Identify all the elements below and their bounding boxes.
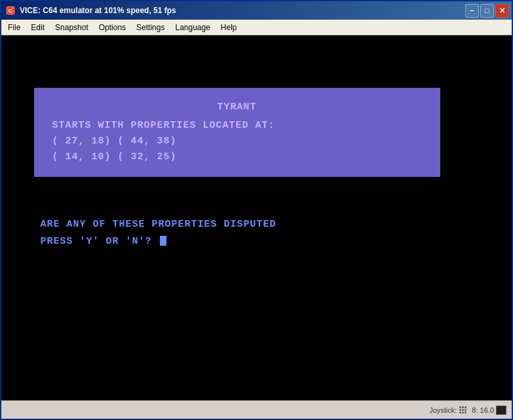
title-bar: C VICE: C64 emulator at 101% speed, 51 f… — [1, 1, 512, 20]
dot-3 — [465, 406, 466, 408]
dot-4 — [459, 409, 461, 411]
menu-item-language[interactable]: Language — [170, 22, 215, 33]
joystick-status: Joystick: — [429, 406, 466, 414]
dot-1 — [459, 406, 461, 408]
menu-item-snapshot[interactable]: Snapshot — [50, 22, 94, 33]
svg-text:C: C — [9, 8, 12, 14]
joystick-dots — [459, 406, 466, 413]
info-line3: ( 27, 18) ( 44, 38) — [52, 136, 177, 147]
press-yn-line: PRESS 'Y' OR 'N'? — [41, 233, 486, 250]
disputed-line: ARE ANY OF THESE PROPERTIES DISPUTED — [41, 216, 486, 233]
menu-item-help[interactable]: Help — [216, 22, 242, 33]
dot-7 — [459, 411, 461, 413]
c64-content: TYRANT STARTS WITH PROPERTIES LOCATED AT… — [28, 35, 486, 171]
title-bar-left: C VICE: C64 emulator at 101% speed, 51 f… — [5, 5, 176, 16]
dot-9 — [465, 411, 466, 413]
info-box: TYRANT STARTS WITH PROPERTIES LOCATED AT… — [34, 88, 440, 177]
c64-screen: TYRANT STARTS WITH PROPERTIES LOCATED AT… — [1, 35, 512, 400]
status-bar: Joystick: 8: 16.0 — [1, 400, 512, 419]
menu-bar: File Edit Snapshot Options Settings Lang… — [1, 20, 512, 35]
dot-5 — [462, 409, 464, 411]
tyrant-title: TYRANT — [52, 100, 422, 115]
menu-item-options[interactable]: Options — [94, 22, 131, 33]
minimize-button[interactable]: − — [465, 4, 479, 18]
dot-2 — [462, 406, 464, 408]
close-button[interactable]: ✕ — [495, 4, 509, 18]
dot-8 — [462, 411, 464, 413]
cursor-block — [160, 236, 166, 246]
info-line2: STARTS WITH PROPERTIES LOCATED AT: — [52, 120, 275, 131]
app-window: C VICE: C64 emulator at 101% speed, 51 f… — [0, 0, 513, 420]
menu-item-edit[interactable]: Edit — [26, 22, 50, 33]
menu-item-file[interactable]: File — [3, 22, 26, 33]
dot-6 — [465, 409, 466, 411]
drive-label: 8: 16.0 — [472, 406, 494, 414]
emulator-area[interactable]: TYRANT STARTS WITH PROPERTIES LOCATED AT… — [1, 35, 512, 419]
maximize-button[interactable]: □ — [480, 4, 494, 18]
bottom-text: ARE ANY OF THESE PROPERTIES DISPUTED PRE… — [41, 216, 486, 250]
app-icon: C — [5, 5, 16, 16]
window-title: VICE: C64 emulator at 101% speed, 51 fps — [20, 6, 176, 15]
drive-indicator — [496, 406, 506, 415]
drive-status: 8: 16.0 — [472, 406, 506, 415]
joystick-label: Joystick: — [429, 406, 457, 414]
title-buttons: − □ ✕ — [465, 4, 509, 18]
menu-item-settings[interactable]: Settings — [131, 22, 170, 33]
info-line4: ( 14, 10) ( 32, 25) — [52, 151, 177, 162]
